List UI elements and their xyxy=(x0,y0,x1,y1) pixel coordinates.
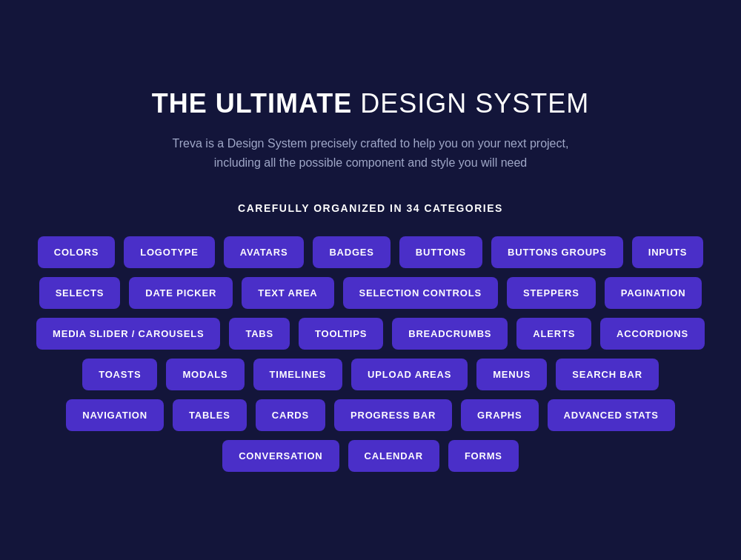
category-tag[interactable]: BREADCRUMBS xyxy=(392,318,508,350)
page-subtitle: Treva is a Design System precisely craft… xyxy=(156,134,585,172)
category-tag[interactable]: TABS xyxy=(229,318,290,350)
category-tag[interactable]: TIMELINES xyxy=(253,359,343,390)
category-tag[interactable]: ALERTS xyxy=(516,318,591,350)
category-tag[interactable]: TEXT AREA xyxy=(242,277,333,309)
category-tag[interactable]: MEDIA SLIDER / CAROUSELS xyxy=(36,318,220,350)
categories-label: CAREFULLY ORGANIZED IN 34 CATEGORIES xyxy=(30,202,711,214)
category-tag[interactable]: AVATARS xyxy=(224,236,305,268)
category-tag[interactable]: SELECTS xyxy=(39,277,121,309)
category-tag[interactable]: CONVERSATION xyxy=(222,440,339,472)
category-tag[interactable]: TOASTS xyxy=(82,359,157,390)
main-container: THE ULTIMATE DESIGN SYSTEM Treva is a De… xyxy=(15,59,726,501)
tags-container: COLORSLOGOTYPEAVATARSBADGESBUTTONSBUTTON… xyxy=(30,236,711,472)
category-tag[interactable]: SELECTION CONTROLS xyxy=(343,277,498,309)
category-tag[interactable]: BADGES xyxy=(313,236,390,268)
category-tag[interactable]: INPUTS xyxy=(632,236,703,268)
category-tag[interactable]: PAGINATION xyxy=(605,277,702,309)
category-tag[interactable]: BUTTONS xyxy=(399,236,482,268)
category-tag[interactable]: COLORS xyxy=(38,236,115,268)
category-tag[interactable]: MENUS xyxy=(476,359,547,390)
category-tag[interactable]: ACCORDIONS xyxy=(600,318,705,350)
category-tag[interactable]: PROGRESS BAR xyxy=(334,399,452,431)
category-tag[interactable]: TABLES xyxy=(173,399,247,431)
category-tag[interactable]: MODALS xyxy=(166,359,244,390)
category-tag[interactable]: CARDS xyxy=(256,399,325,431)
page-title: THE ULTIMATE DESIGN SYSTEM xyxy=(30,88,711,119)
title-normal-part: DESIGN SYSTEM xyxy=(360,88,589,119)
category-tag[interactable]: FORMS xyxy=(448,440,519,472)
category-tag[interactable]: BUTTONS GROUPS xyxy=(491,236,623,268)
category-tag[interactable]: CALENDAR xyxy=(348,440,439,472)
category-tag[interactable]: TOOLTIPS xyxy=(299,318,383,350)
category-tag[interactable]: STEPPERS xyxy=(507,277,596,309)
category-tag[interactable]: GRAPHS xyxy=(461,399,538,431)
category-tag[interactable]: ADVANCED STATS xyxy=(548,399,675,431)
category-tag[interactable]: LOGOTYPE xyxy=(124,236,215,268)
category-tag[interactable]: UPLOAD AREAS xyxy=(351,359,468,390)
category-tag[interactable]: NAVIGATION xyxy=(66,399,164,431)
title-bold-part: THE ULTIMATE xyxy=(152,88,353,119)
category-tag[interactable]: SEARCH BAR xyxy=(556,359,659,390)
category-tag[interactable]: DATE PICKER xyxy=(129,277,233,309)
